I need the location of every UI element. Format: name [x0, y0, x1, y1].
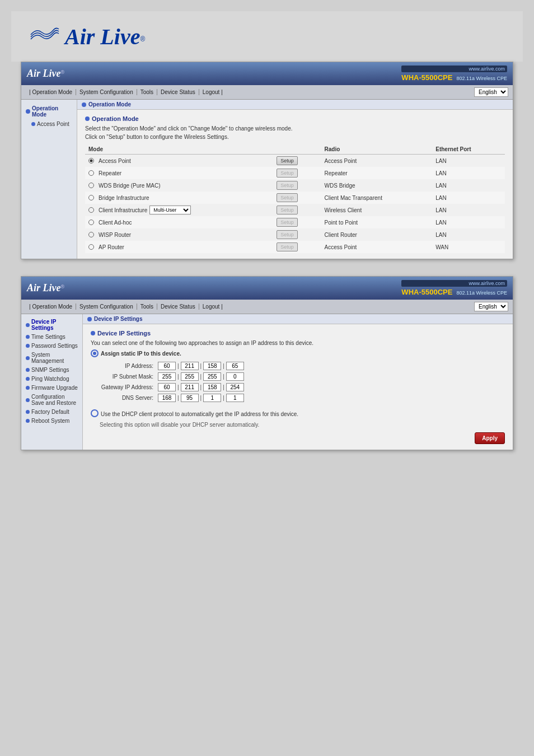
gateway-field-1[interactable]: [158, 383, 176, 391]
ip-field-1[interactable]: [158, 362, 176, 370]
radio-access-point-icon: [88, 158, 94, 164]
sidebar1-section-label: Operation Mode: [32, 105, 72, 118]
sidebar2-item-config[interactable]: Configuration Save and Restore: [24, 393, 80, 407]
panel1-section-title: Operation Mode: [85, 115, 505, 122]
client-mode-dropdown[interactable]: Multi-User Single-User: [149, 206, 191, 214]
setup-btn-repeater: Setup: [277, 169, 298, 178]
setup-btn-client-infra: Setup: [277, 206, 298, 214]
subnet-field-1[interactable]: [158, 372, 176, 381]
sidebar1-item-access-point[interactable]: Access Point: [24, 120, 74, 128]
nav2-operation-mode[interactable]: | Operation Mode: [26, 304, 76, 310]
dns-label: DNS Server:: [91, 395, 158, 401]
static-ip-option: Assign static IP to this device.: [91, 349, 505, 357]
nav2-system-config[interactable]: System Configuration: [76, 304, 137, 310]
nav2-device-status[interactable]: Device Status: [157, 304, 199, 310]
setup-btn-access-point[interactable]: Setup: [277, 156, 298, 165]
dns-field-4[interactable]: [226, 394, 244, 402]
s-dot-system: [26, 356, 30, 360]
ip-sep-2: |: [200, 363, 202, 369]
gateway-field-4[interactable]: [226, 383, 244, 391]
sidebar2-item-system-mgmt[interactable]: System Management: [24, 351, 80, 365]
panel2-website: www.airlive.com: [401, 280, 507, 287]
language-select[interactable]: English: [474, 87, 508, 97]
static-ip-radio[interactable]: [91, 349, 99, 357]
mode-radio-wds[interactable]: WDS Bridge (Pure MAC): [88, 183, 270, 189]
sidebar1-item-dot: [31, 122, 35, 126]
setup-col-header: [273, 144, 321, 155]
s-dot-config: [26, 398, 30, 402]
nav-tools[interactable]: Tools: [137, 89, 157, 95]
section1-dot: [85, 116, 90, 121]
sidebar2-item-reboot[interactable]: Reboot System: [24, 417, 80, 425]
mode-radio-adhoc[interactable]: Client Ad-hoc: [88, 220, 270, 226]
mode-col-header: Mode: [85, 144, 273, 155]
sidebar2-item-device-ip[interactable]: Device IP Settings: [24, 318, 80, 332]
ip-sep-1: |: [177, 363, 179, 369]
table-row: WDS Bridge (Pure MAC) Setup WDS Bridge L…: [85, 179, 505, 192]
nav-device-status[interactable]: Device Status: [157, 89, 199, 95]
s-dot-device-ip: [26, 323, 30, 327]
nav2-tools[interactable]: Tools: [137, 304, 157, 310]
mode-radio-repeater[interactable]: Repeater: [88, 170, 270, 176]
nav-system-config[interactable]: System Configuration: [76, 89, 137, 95]
panel1-device-desc: 802.11a Wireless CPE: [456, 76, 507, 81]
gateway-sep-1: |: [177, 384, 179, 390]
subnet-label: IP Subnet Mask:: [91, 374, 158, 380]
setup-btn-adhoc: Setup: [277, 218, 298, 227]
subnet-field-2[interactable]: [181, 372, 199, 381]
apply-button[interactable]: Apply: [475, 432, 505, 444]
dns-field-1[interactable]: [158, 394, 176, 402]
dns-field-3[interactable]: [203, 394, 221, 402]
table-row: AP Router Setup Access Point WAN: [85, 241, 505, 253]
sidebar2-item-firmware[interactable]: Firmware Upgrade: [24, 384, 80, 392]
panel2-desc: You can select one of the following two …: [91, 340, 505, 346]
gateway-field-2[interactable]: [181, 383, 199, 391]
subnet-field-3[interactable]: [203, 372, 221, 381]
sidebar2-item-ping[interactable]: Ping Watchdog: [24, 375, 80, 383]
apply-btn-container: Apply: [91, 432, 505, 444]
gateway-fields: | | |: [158, 383, 244, 391]
panel1-registered-icon: ®: [61, 69, 65, 75]
sidebar2-item-time[interactable]: Time Settings: [24, 333, 80, 341]
sidebar2-item-snmp[interactable]: SNMP Settings: [24, 366, 80, 374]
ip-field-3[interactable]: [203, 362, 221, 370]
subnet-field-4[interactable]: [226, 372, 244, 381]
airlive-logo-icon: [28, 22, 62, 50]
mode-radio-wisp[interactable]: WISP Router: [88, 232, 270, 238]
panel2-body: Device IP Settings Time Settings Passwor…: [21, 314, 513, 450]
table-row: Bridge Infrastructure Setup Client Mac T…: [85, 192, 505, 204]
language-select-2[interactable]: English: [474, 302, 508, 311]
ip-address-fields: | | |: [158, 362, 244, 370]
nav-operation-mode[interactable]: | Operation Mode: [26, 89, 76, 95]
logo-text: Air Live: [65, 24, 140, 49]
panel2-device-desc: 802.11a Wireless CPE: [456, 290, 507, 296]
setup-btn-ap-router: Setup: [277, 242, 298, 251]
panel1-breadcrumb: Operation Mode: [77, 100, 513, 110]
ip-field-2[interactable]: [181, 362, 199, 370]
radio-adhoc-icon: [88, 220, 94, 225]
dhcp-radio[interactable]: [91, 409, 99, 417]
sidebar2-item-password[interactable]: Password Settings: [24, 342, 80, 350]
mode-radio-ap-router[interactable]: AP Router: [88, 244, 270, 250]
ip-form: IP Address: | | | IP Subnet Mask:: [91, 362, 505, 402]
radio-col-header: Radio: [321, 144, 433, 155]
mode-radio-client-infra[interactable]: Client Infrastructure Multi-User Single-…: [88, 206, 270, 214]
panel2-device-name: WHA-5500CPE: [401, 288, 452, 296]
panel1-desc2: Click on "Setup" button to configure the…: [85, 134, 505, 140]
panel1-header: Air Live® www.airlive.com WHA-5500CPE 80…: [21, 62, 513, 85]
dns-field-2[interactable]: [181, 394, 199, 402]
nav2-logout[interactable]: Logout |: [199, 304, 226, 310]
panel1-content: Operation Mode Select the "Operation Mod…: [77, 110, 513, 259]
breadcrumb2-dot: [87, 317, 92, 321]
gateway-field-3[interactable]: [203, 383, 221, 391]
s-dot-reboot: [26, 419, 30, 423]
mode-radio-bridge-infra[interactable]: Bridge Infrastructure: [88, 195, 270, 201]
nav-logout[interactable]: Logout |: [199, 89, 226, 95]
panel-ip-settings: Air Live® www.airlive.com WHA-5500CPE 80…: [21, 276, 513, 450]
panel1-device-name: WHA-5500CPE: [401, 73, 452, 82]
panel1-sidebar: Operation Mode Access Point: [21, 100, 77, 259]
top-logo-area: Air Live®: [11, 11, 523, 62]
sidebar2-item-factory[interactable]: Factory Default: [24, 408, 80, 416]
ip-field-4[interactable]: [226, 362, 244, 370]
mode-radio-access-point[interactable]: Access Point: [88, 158, 270, 164]
